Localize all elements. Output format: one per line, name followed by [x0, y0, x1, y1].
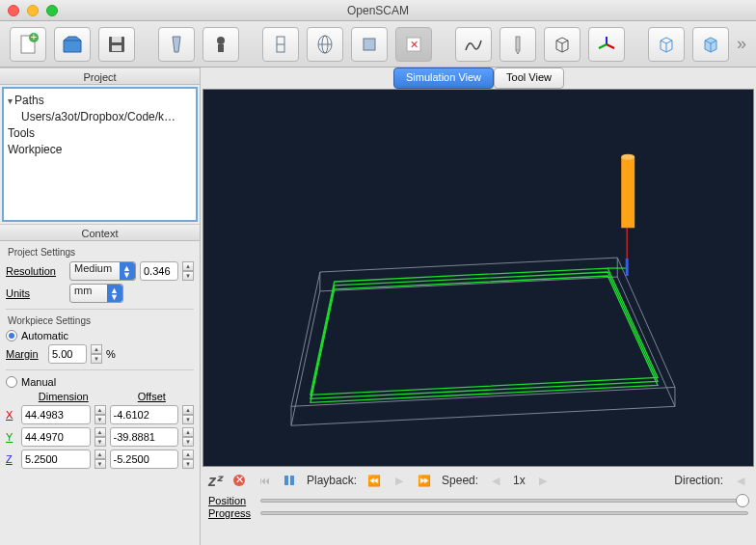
close-window-button[interactable]: [8, 5, 19, 16]
pause-button[interactable]: [282, 473, 297, 488]
automatic-radio[interactable]: [6, 330, 17, 341]
svg-line-19: [599, 44, 607, 48]
svg-text:✕: ✕: [410, 39, 418, 50]
tree-workpiece[interactable]: Workpiece: [8, 142, 192, 158]
progress-slider[interactable]: [260, 511, 748, 515]
margin-input[interactable]: [48, 344, 87, 364]
svg-rect-27: [621, 157, 634, 229]
tree-paths[interactable]: Paths: [8, 93, 192, 109]
minimize-window-button[interactable]: [27, 5, 39, 16]
play-button[interactable]: ▶: [392, 473, 407, 488]
svg-point-28: [621, 154, 634, 160]
3d-viewport[interactable]: [202, 89, 754, 467]
project-panel-head: Project: [0, 68, 200, 85]
margin-stepper[interactable]: ▲▼: [91, 344, 102, 364]
svg-rect-32: [290, 476, 294, 485]
x-off-input[interactable]: [110, 405, 179, 424]
progress-label: Progress: [208, 507, 255, 519]
offset-head: Offset: [110, 391, 195, 402]
context-panel-head: Context: [0, 224, 200, 241]
direction-label: Direction:: [674, 474, 723, 487]
svg-text:✕: ✕: [235, 474, 244, 485]
view-cube-2-icon[interactable]: [692, 27, 729, 62]
y-dim-input[interactable]: [21, 427, 91, 447]
window-controls: [8, 5, 58, 16]
sidebar: Project Paths Users/a3ot/Dropbox/Code/k……: [0, 68, 201, 545]
titlebar: OpenSCAM: [0, 0, 756, 21]
svg-rect-13: [364, 39, 375, 50]
speed-label: Speed:: [442, 474, 478, 487]
margin-label: Margin: [6, 348, 44, 360]
z-off-input[interactable]: [110, 450, 179, 469]
svg-line-18: [607, 44, 614, 48]
tool-button-1[interactable]: [158, 27, 195, 62]
manual-label: Manual: [21, 376, 56, 388]
position-slider[interactable]: [260, 499, 748, 503]
sleep-icon: zᶻ: [208, 472, 222, 490]
svg-point-6: [217, 37, 225, 44]
svg-rect-7: [218, 44, 224, 52]
units-label: Units: [6, 287, 66, 299]
direction-button[interactable]: ◀: [733, 473, 748, 488]
resolution-stepper[interactable]: ▲▼: [182, 261, 194, 281]
dimension-head: Dimension: [21, 391, 106, 402]
mesh-icon[interactable]: [307, 27, 343, 62]
tab-tool-view[interactable]: Tool View: [494, 68, 564, 89]
view-tabs: Simulation View Tool View: [201, 68, 756, 89]
margin-unit: %: [106, 348, 116, 360]
z-label: Z: [6, 453, 17, 465]
project-tree[interactable]: Paths Users/a3ot/Dropbox/Code/k… Tools W…: [2, 87, 198, 222]
tree-path-item[interactable]: Users/a3ot/Dropbox/Code/k…: [8, 109, 181, 125]
open-file-button[interactable]: [54, 27, 91, 62]
step-fwd-button[interactable]: ⏩: [417, 473, 432, 488]
svg-rect-5: [112, 45, 122, 51]
resolution-label: Resolution: [6, 265, 66, 277]
manual-radio[interactable]: [6, 376, 17, 388]
solid-icon[interactable]: [351, 27, 388, 62]
app-title: OpenSCAM: [347, 4, 409, 17]
drill-icon[interactable]: [500, 27, 536, 62]
tree-tools[interactable]: Tools: [8, 125, 192, 142]
position-label: Position: [208, 495, 255, 506]
x-label: X: [6, 409, 17, 421]
rewind-start-button[interactable]: ⏮: [256, 473, 272, 488]
toolbar: + ✕ »: [0, 21, 756, 68]
playback-label: Playback:: [307, 474, 357, 487]
automatic-label: Automatic: [21, 330, 68, 341]
y-label: Y: [6, 431, 17, 443]
svg-rect-16: [516, 37, 520, 50]
cube-icon[interactable]: [544, 27, 580, 62]
zoom-window-button[interactable]: [46, 5, 58, 16]
wireframe-icon[interactable]: [262, 27, 299, 62]
resolution-select[interactable]: Medium▲▼: [69, 261, 136, 281]
playback-bar: zᶻ ✕ ⏮ Playback: ⏪ ▶ ⏩ Speed: ◀ 1x ▶ Dir…: [201, 467, 756, 494]
cancel-icon[interactable]: ✕: [395, 27, 432, 62]
svg-text:+: +: [31, 33, 37, 42]
svg-rect-4: [112, 37, 122, 42]
project-settings-label: Project Settings: [8, 247, 194, 258]
speed-value: 1x: [513, 474, 526, 487]
z-dim-input[interactable]: [21, 450, 91, 469]
svg-rect-31: [284, 476, 288, 485]
resolution-number[interactable]: [140, 261, 178, 281]
stop-button[interactable]: ✕: [231, 473, 247, 488]
toolbar-overflow-icon[interactable]: »: [737, 34, 746, 54]
units-select[interactable]: mm▲▼: [69, 284, 123, 303]
speed-up-button[interactable]: ▶: [535, 473, 551, 488]
new-file-button[interactable]: +: [10, 27, 46, 62]
tool-button-2[interactable]: [202, 27, 239, 62]
y-off-input[interactable]: [110, 427, 179, 447]
path-icon[interactable]: [455, 27, 492, 62]
speed-down-button[interactable]: ◀: [488, 473, 503, 488]
x-dim-input[interactable]: [21, 405, 91, 424]
save-file-button[interactable]: [98, 27, 135, 62]
step-back-button[interactable]: ⏪: [366, 473, 382, 488]
tab-simulation-view[interactable]: Simulation View: [393, 68, 494, 89]
view-cube-1-icon[interactable]: [648, 27, 685, 62]
workpiece-settings-label: Workpiece Settings: [8, 315, 194, 326]
axes-icon[interactable]: [588, 27, 625, 62]
